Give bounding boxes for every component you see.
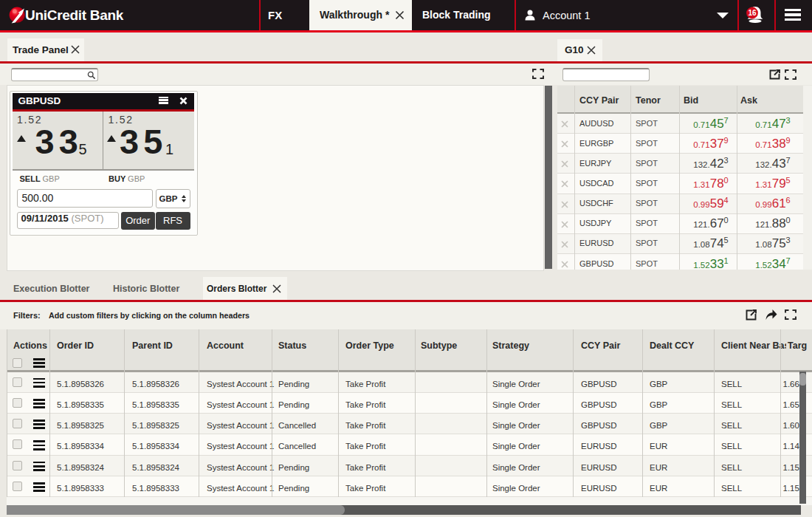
svg-text:16: 16 [748, 9, 757, 17]
